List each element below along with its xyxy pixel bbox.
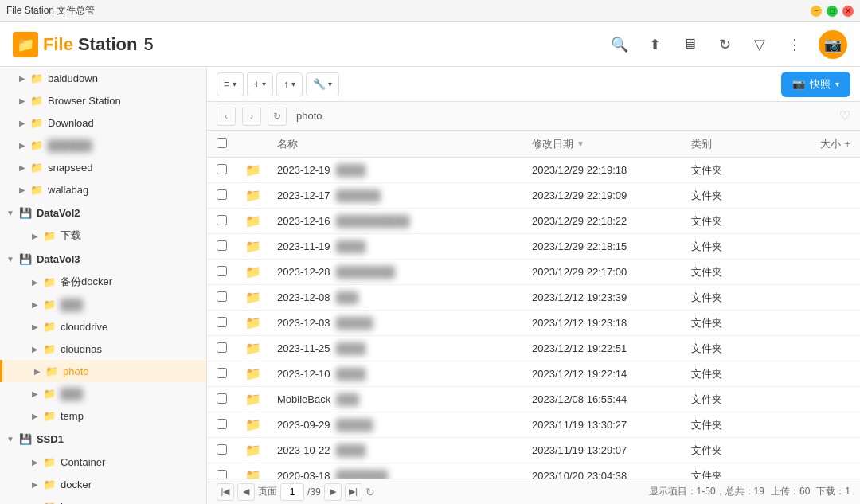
upload-toolbar-button[interactable]: ↑ ▾ <box>276 72 303 96</box>
row-checkbox-input[interactable] <box>217 444 227 455</box>
row-checkbox-input[interactable] <box>217 266 227 276</box>
refresh-button[interactable]: ↻ <box>713 33 736 56</box>
sidebar-disk-datavol2[interactable]: ▼ 💾 DataVol2 <box>0 201 206 225</box>
row-checkbox[interactable] <box>217 393 245 406</box>
snapshot-toolbar-button[interactable]: 📷 快照 ▾ <box>781 72 850 97</box>
row-checkbox[interactable] <box>217 240 245 253</box>
folder-icon: 📁 <box>30 95 43 107</box>
monitor-button[interactable]: 🖥 <box>678 33 701 56</box>
view-toggle-button[interactable]: ≡ ▾ <box>217 72 244 96</box>
header-checkbox-col <box>217 138 245 150</box>
row-checkbox-input[interactable] <box>217 317 227 327</box>
last-page-button[interactable]: ▶| <box>345 483 362 501</box>
table-row[interactable]: 📁 2023-12-17 ██████ 2023/12/29 22:19:09 … <box>207 183 860 209</box>
sidebar-item-blurred2[interactable]: ▶ 📁 ███ <box>0 293 206 315</box>
sidebar-item-docker[interactable]: ▶ 📁 docker <box>0 473 206 495</box>
sidebar-disk-datavol3[interactable]: ▼ 💾 DataVol3 <box>0 247 206 271</box>
add-col-icon[interactable]: + <box>844 138 850 150</box>
file-date-cell: 2023/12/08 16:55:44 <box>532 393 691 405</box>
row-checkbox-input[interactable] <box>217 470 227 479</box>
sidebar-item-blurred1[interactable]: ▶ 📁 ██████ <box>0 134 206 156</box>
header-name-col[interactable]: 名称 <box>277 137 532 151</box>
sidebar-item-download2[interactable]: ▶ 📁 下载 <box>0 225 206 247</box>
page-input[interactable] <box>280 483 304 501</box>
row-checkbox-input[interactable] <box>217 342 227 353</box>
row-checkbox[interactable] <box>217 419 245 432</box>
logo-station-text: Station <box>78 34 138 55</box>
back-button[interactable]: ‹ <box>217 107 236 126</box>
table-row[interactable]: 📁 2023-12-16 ██████████ 2023/12/29 22:18… <box>207 209 860 234</box>
table-row[interactable]: 📁 MobileBack ███ 2023/12/08 16:55:44 文件夹 <box>207 387 860 412</box>
row-checkbox-input[interactable] <box>217 419 227 429</box>
table-row[interactable]: 📁 2023-12-19 ████ 2023/12/29 22:19:18 文件… <box>207 158 860 183</box>
row-checkbox-input[interactable] <box>217 240 227 251</box>
row-checkbox[interactable] <box>217 368 245 381</box>
row-checkbox[interactable] <box>217 164 245 177</box>
title-text: File Station 文件总管 <box>6 4 95 18</box>
row-checkbox-input[interactable] <box>217 215 227 225</box>
row-checkbox[interactable] <box>217 317 245 330</box>
table-row[interactable]: 📁 2023-10-22 ████ 2023/11/19 13:29:07 文件… <box>207 438 860 463</box>
maximize-button[interactable]: □ <box>827 6 838 17</box>
sidebar-item-blurred3[interactable]: ▶ 📁 ███ <box>0 382 206 404</box>
sidebar-item-browser-station[interactable]: ▶ 📁 Browser Station <box>0 89 206 111</box>
sidebar-item-clouddrive[interactable]: ▶ 📁 clouddrive <box>0 315 206 338</box>
close-button[interactable]: ✕ <box>842 6 854 17</box>
new-item-button[interactable]: + ▾ <box>247 72 274 96</box>
sidebar-item-wallabag[interactable]: ▶ 📁 wallabag <box>0 178 206 201</box>
table-row[interactable]: 📁 2023-11-19 ████ 2023/12/29 22:18:15 文件… <box>207 234 860 260</box>
table-row[interactable]: 📁 2023-12-08 ███ 2023/12/12 19:23:39 文件夹 <box>207 285 860 311</box>
sidebar-item-baidudown[interactable]: ▶ 📁 baidudown <box>0 67 206 89</box>
header-type-col[interactable]: 类别 <box>691 137 787 151</box>
row-checkbox[interactable] <box>217 444 245 457</box>
snapshot-header-button[interactable]: 📷 <box>819 30 847 59</box>
sidebar-item-snapseed[interactable]: ▶ 📁 snapseed <box>0 156 206 178</box>
table-row[interactable]: 📁 2023-12-10 ████ 2023/12/12 19:22:14 文件… <box>207 361 860 387</box>
table-row[interactable]: 📁 2023-12-28 ████████ 2023/12/29 22:17:0… <box>207 260 860 285</box>
sidebar-item-label: SSD1 <box>37 433 64 445</box>
file-type-cell: 文件夹 <box>691 214 787 229</box>
sidebar: ▶ 📁 baidudown ▶ 📁 Browser Station ▶ 📁 Do… <box>0 67 207 504</box>
table-row[interactable]: 📁 2023-09-29 █████ 2023/11/19 13:30:27 文… <box>207 412 860 438</box>
sidebar-item-home[interactable]: ▶ 📁 home <box>0 495 206 504</box>
folder-row-icon: 📁 <box>245 341 277 356</box>
first-page-button[interactable]: |◀ <box>217 483 234 501</box>
row-checkbox-input[interactable] <box>217 393 227 404</box>
filter-button[interactable]: ▽ <box>749 33 771 56</box>
row-checkbox-input[interactable] <box>217 189 227 200</box>
sidebar-item-download[interactable]: ▶ 📁 Download <box>0 111 206 134</box>
more-button[interactable]: ⋮ <box>784 33 806 56</box>
favorite-button[interactable]: ♡ <box>839 108 850 123</box>
row-checkbox[interactable] <box>217 266 245 279</box>
row-checkbox-input[interactable] <box>217 368 227 378</box>
sidebar-disk-ssd1[interactable]: ▼ 💾 SSD1 <box>0 427 206 451</box>
row-checkbox-input[interactable] <box>217 164 227 174</box>
row-checkbox[interactable] <box>217 291 245 304</box>
list-refresh-button[interactable]: ↻ <box>366 486 375 498</box>
sidebar-item-container[interactable]: ▶ 📁 Container <box>0 451 206 473</box>
sidebar-item-cloudnas[interactable]: ▶ 📁 cloudnas <box>0 338 206 360</box>
sidebar-item-temp[interactable]: ▶ 📁 temp <box>0 404 206 427</box>
prev-page-button[interactable]: ◀ <box>237 483 255 501</box>
header-date-col[interactable]: 修改日期 ▼ <box>532 137 691 151</box>
next-page-button[interactable]: ▶ <box>324 483 342 501</box>
row-checkbox[interactable] <box>217 470 245 479</box>
tools-button[interactable]: 🔧 ▾ <box>306 72 339 96</box>
search-button[interactable]: 🔍 <box>608 33 631 56</box>
sidebar-item-label: 备份docker <box>61 275 112 289</box>
breadcrumb-refresh-button[interactable]: ↻ <box>268 107 287 126</box>
select-all-checkbox[interactable] <box>217 138 227 148</box>
upload-button[interactable]: ⬆ <box>643 33 666 56</box>
table-row[interactable]: 📁 2023-12-03 █████ 2023/12/12 19:23:18 文… <box>207 311 860 336</box>
table-row[interactable]: 📁 2020-03-18 ███████ 2023/10/20 23:04:38… <box>207 463 860 479</box>
row-checkbox[interactable] <box>217 342 245 355</box>
header-size-col[interactable]: 大小 + <box>787 137 850 151</box>
forward-button[interactable]: › <box>242 107 261 126</box>
minimize-button[interactable]: − <box>811 6 822 17</box>
row-checkbox[interactable] <box>217 189 245 202</box>
table-row[interactable]: 📁 2023-11-25 ████ 2023/12/12 19:22:51 文件… <box>207 336 860 361</box>
sidebar-item-photo[interactable]: ▶ 📁 photo <box>0 360 206 382</box>
row-checkbox-input[interactable] <box>217 291 227 302</box>
sidebar-item-beifen[interactable]: ▶ 📁 备份docker <box>0 271 206 293</box>
row-checkbox[interactable] <box>217 215 245 228</box>
